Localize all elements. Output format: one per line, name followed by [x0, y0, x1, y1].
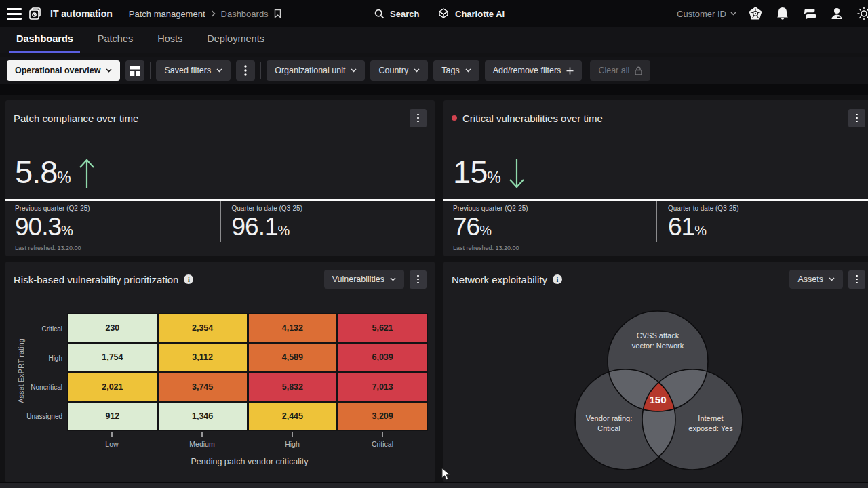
dashboard-layout-button[interactable]: [125, 60, 144, 81]
org-unit-label: Organizational unit: [275, 66, 345, 75]
charlotte-ai-label: Charlotte AI: [455, 9, 505, 19]
heatmap-cell[interactable]: 6,039: [338, 344, 427, 371]
trend-down-icon: [508, 157, 526, 192]
app-title: IT automation: [50, 8, 113, 19]
view-selector-label: Operational overview: [15, 66, 100, 75]
unit: %: [278, 223, 290, 238]
row-label: Unassigned: [5, 402, 62, 431]
pentagon-badge-button[interactable]: [747, 5, 764, 22]
breadcrumb-item-patch-management[interactable]: Patch management: [129, 9, 205, 19]
view-selector-dropdown[interactable]: Operational overview: [7, 60, 120, 81]
column-label: Medium: [175, 440, 229, 448]
heatmap-cell[interactable]: 1,346: [159, 403, 247, 430]
chevron-down-icon: [390, 277, 396, 281]
metric-value: 5.8: [15, 154, 57, 190]
section-divider: [0, 84, 868, 95]
column-label: Low: [85, 440, 139, 448]
country-filter-dropdown[interactable]: Country: [370, 60, 428, 81]
venn-set-label-internet: Internet exposed: Yes: [682, 413, 739, 434]
tick-mark: [111, 432, 113, 437]
tags-filter-dropdown[interactable]: Tags: [433, 60, 479, 81]
hamburger-menu-button[interactable]: [7, 8, 22, 20]
heatmap-cell[interactable]: 1,754: [68, 344, 157, 371]
charlotte-ai-button[interactable]: Charlotte AI: [437, 0, 505, 27]
kebab-menu-button[interactable]: [410, 270, 427, 289]
divider: [150, 62, 151, 79]
section-tabs: Dashboards Patches Hosts Deployments: [0, 27, 868, 53]
row-label: High: [5, 344, 62, 373]
heatmap-cell[interactable]: 4,589: [249, 344, 337, 371]
clear-all-label: Clear all: [598, 66, 629, 75]
support-chat-button[interactable]: [802, 5, 818, 22]
chevron-down-icon: [216, 68, 222, 73]
venn-set-label-vendor: Vendor rating: Critical: [576, 413, 642, 434]
venn-diagram[interactable]: 150: [443, 262, 868, 483]
heatmap-cell[interactable]: 4,132: [249, 314, 337, 342]
heatmap-cell[interactable]: 2,445: [249, 403, 337, 430]
chevron-down-icon: [414, 68, 420, 73]
customer-id-label: Customer ID: [677, 9, 726, 19]
previous-quarter-label: Previous quarter (Q2-25): [15, 205, 220, 212]
add-remove-filters-button[interactable]: Add/remove filters: [485, 60, 583, 81]
country-label: Country: [378, 66, 408, 75]
scope-selector-label: Vulnerabilities: [332, 274, 384, 284]
heatmap-cell[interactable]: 2,354: [159, 314, 247, 342]
heatmap-cell[interactable]: 3,745: [159, 373, 247, 401]
card-patch-compliance: Patch compliance over time 5.8% Previous…: [5, 100, 435, 256]
column-label: Critical: [355, 440, 410, 448]
dashboard-grid: Patch compliance over time 5.8% Previous…: [0, 95, 868, 483]
breadcrumb: Patch management Dashboards: [129, 9, 281, 19]
venn-intersection-value: 150: [649, 394, 666, 405]
support-chat-icon: [802, 7, 817, 20]
kebab-menu-button[interactable]: [410, 109, 427, 127]
card-critical-vulnerabilities: Critical vulnerabilities over time 15% P…: [443, 100, 868, 256]
chevron-down-icon: [351, 68, 357, 73]
column-label: High: [265, 440, 319, 448]
breadcrumb-item-dashboards: Dashboards: [221, 9, 269, 19]
kebab-menu-button[interactable]: [848, 109, 865, 127]
heatmap-cell[interactable]: 230: [68, 314, 157, 342]
heatmap-cell[interactable]: 7,013: [338, 373, 427, 401]
info-icon[interactable]: i: [184, 274, 193, 284]
unit: %: [479, 223, 491, 238]
previous-quarter-value: 76: [453, 213, 479, 241]
tab-dashboards[interactable]: Dashboards: [9, 28, 80, 53]
theme-toggle-button[interactable]: [856, 5, 868, 22]
heatmap: 230 2,354 4,132 5,621 1,754 3,112 4,589 …: [67, 313, 428, 431]
heatmap-cell[interactable]: 5,832: [249, 373, 337, 401]
saved-filters-dropdown[interactable]: Saved filters: [156, 60, 231, 81]
clear-all-button[interactable]: Clear all: [590, 60, 650, 81]
last-refreshed-text: Last refreshed: 13:20:00: [453, 245, 519, 251]
bookmark-icon[interactable]: [274, 9, 281, 18]
alert-dot-icon: [452, 115, 457, 121]
tab-hosts[interactable]: Hosts: [151, 28, 189, 53]
card-network-exploitability: Network exploitability i Assets: [443, 262, 868, 483]
org-unit-filter-dropdown[interactable]: Organizational unit: [267, 60, 365, 81]
quarter-to-date-label: Quarter to date (Q3-25): [668, 205, 868, 212]
heatmap-cell[interactable]: 3,112: [159, 344, 247, 371]
search-button[interactable]: Search: [374, 0, 419, 27]
chevron-down-icon: [465, 68, 471, 73]
kebab-menu-icon: [244, 65, 247, 76]
tab-deployments[interactable]: Deployments: [200, 28, 271, 53]
unit: %: [61, 223, 73, 238]
tab-patches[interactable]: Patches: [91, 28, 140, 53]
notifications-button[interactable]: [774, 5, 791, 22]
heatmap-cell[interactable]: 2,021: [68, 373, 157, 401]
account-button[interactable]: [829, 5, 845, 22]
quarter-stats: Previous quarter (Q2-25) 76% Quarter to …: [443, 199, 868, 242]
saved-filters-kebab-button[interactable]: [236, 60, 255, 81]
customer-id-dropdown[interactable]: Customer ID: [677, 9, 736, 19]
row-label: Critical: [5, 314, 62, 344]
heatmap-cell[interactable]: 912: [68, 403, 157, 430]
last-refreshed-text: Last refreshed: 13:20:00: [15, 245, 81, 251]
scope-selector-dropdown[interactable]: Vulnerabilities: [324, 270, 404, 289]
tick-mark: [292, 432, 293, 437]
sun-icon: [856, 6, 868, 21]
heatmap-cell[interactable]: 5,621: [338, 314, 427, 342]
chevron-down-icon: [106, 68, 112, 73]
metric-change: 15%: [453, 156, 526, 192]
horizontal-scrollbar[interactable]: [0, 482, 868, 488]
heatmap-cell[interactable]: 3,209: [338, 403, 427, 430]
mouse-cursor: [441, 468, 450, 483]
